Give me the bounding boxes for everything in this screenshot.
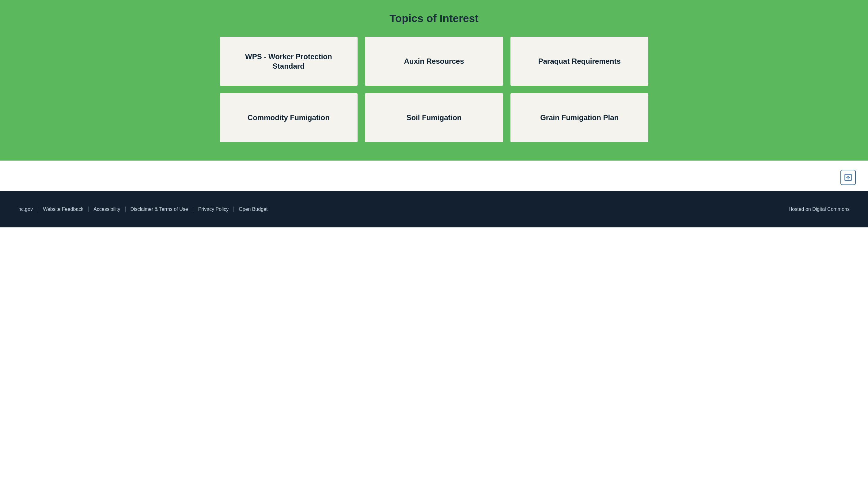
footer-link-budget[interactable]: Open Budget <box>234 207 272 212</box>
topic-card-grain[interactable]: Grain Fumigation Plan <box>510 93 649 142</box>
topic-card-wps[interactable]: WPS - Worker Protection Standard <box>220 37 358 86</box>
footer-hosted-text: Hosted on Digital Commons <box>789 207 850 212</box>
topic-card-label-wps: WPS - Worker Protection Standard <box>229 52 349 71</box>
topics-title: Topics of Interest <box>15 12 853 24</box>
topics-section: Topics of Interest WPS - Worker Protecti… <box>0 0 868 160</box>
topic-card-auxin[interactable]: Auxin Resources <box>365 37 503 86</box>
topic-card-label-commodity: Commodity Fumigation <box>248 113 330 122</box>
footer: nc.gov Website Feedback Accessibility Di… <box>0 191 868 227</box>
scroll-top-icon <box>844 173 852 182</box>
footer-link-privacy[interactable]: Privacy Policy <box>193 207 234 212</box>
topic-card-commodity[interactable]: Commodity Fumigation <box>220 93 358 142</box>
footer-link-accessibility[interactable]: Accessibility <box>89 207 125 212</box>
topic-card-label-soil: Soil Fumigation <box>406 113 461 122</box>
footer-link-ncgov[interactable]: nc.gov <box>18 207 38 212</box>
topic-card-label-auxin: Auxin Resources <box>404 56 464 66</box>
scroll-to-top-button[interactable] <box>841 170 856 185</box>
topics-grid: WPS - Worker Protection Standard Auxin R… <box>220 37 649 142</box>
topic-card-soil[interactable]: Soil Fumigation <box>365 93 503 142</box>
spacer-section <box>0 160 868 191</box>
footer-link-feedback[interactable]: Website Feedback <box>38 207 89 212</box>
topic-card-label-grain: Grain Fumigation Plan <box>540 113 619 122</box>
topic-card-label-paraquat: Paraquat Requirements <box>538 56 620 66</box>
topic-card-paraquat[interactable]: Paraquat Requirements <box>510 37 649 86</box>
footer-link-disclaimer[interactable]: Disclaimer & Terms of Use <box>126 207 193 212</box>
footer-nav: nc.gov Website Feedback Accessibility Di… <box>18 207 273 212</box>
